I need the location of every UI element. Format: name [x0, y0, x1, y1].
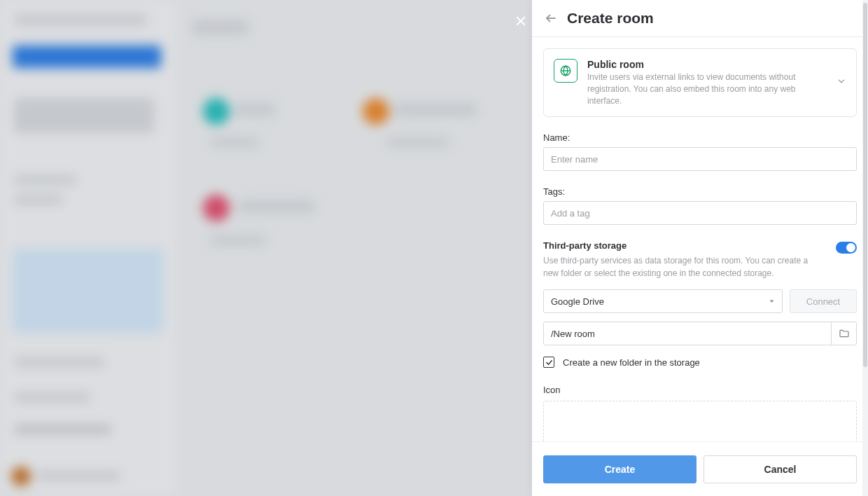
cancel-button[interactable]: Cancel [704, 455, 857, 483]
tags-input[interactable] [543, 201, 857, 225]
name-label: Name: [543, 132, 857, 143]
caret-down-icon [769, 296, 775, 307]
create-button[interactable]: Create [543, 455, 696, 483]
room-type-title: Public room [587, 59, 825, 70]
cancel-button-label: Cancel [764, 464, 797, 475]
icon-section-label: Icon [543, 385, 857, 395]
room-type-description: Invite users via external links to view … [587, 71, 825, 106]
create-button-label: Create [605, 464, 636, 475]
tags-label: Tags: [543, 186, 857, 197]
close-icon[interactable] [512, 13, 529, 29]
storage-path-input[interactable] [544, 322, 831, 345]
connect-button[interactable]: Connect [790, 289, 857, 313]
create-room-panel: Create room Public room Invite users via… [532, 0, 868, 496]
storage-provider-selected: Google Drive [551, 296, 604, 307]
scrollbar-track[interactable] [862, 0, 868, 496]
room-name-input[interactable] [543, 147, 857, 171]
folder-picker-button[interactable] [831, 322, 856, 345]
third-party-storage-description: Use third-party services as data storage… [543, 255, 825, 280]
panel-title: Create room [567, 10, 654, 27]
third-party-storage-label: Third-party storage [543, 240, 825, 251]
panel-body: Public room Invite users via external li… [532, 37, 868, 441]
room-type-card[interactable]: Public room Invite users via external li… [543, 48, 857, 117]
back-arrow-icon[interactable] [543, 11, 559, 26]
scrollbar-thumb[interactable] [863, 3, 867, 367]
panel-footer: Create Cancel [532, 441, 868, 496]
storage-path-row [543, 322, 857, 345]
create-new-folder-checkbox[interactable] [543, 357, 554, 368]
globe-icon [554, 59, 578, 83]
panel-header: Create room [532, 0, 868, 37]
connect-button-label: Connect [806, 296, 840, 307]
storage-provider-select[interactable]: Google Drive [543, 289, 783, 313]
chevron-down-icon[interactable] [836, 76, 846, 89]
svg-marker-5 [770, 301, 774, 303]
third-party-storage-toggle[interactable] [836, 242, 857, 254]
icon-dropzone[interactable]: Select new image or drop file here [543, 401, 857, 441]
create-new-folder-label: Create a new folder in the storage [563, 357, 700, 368]
